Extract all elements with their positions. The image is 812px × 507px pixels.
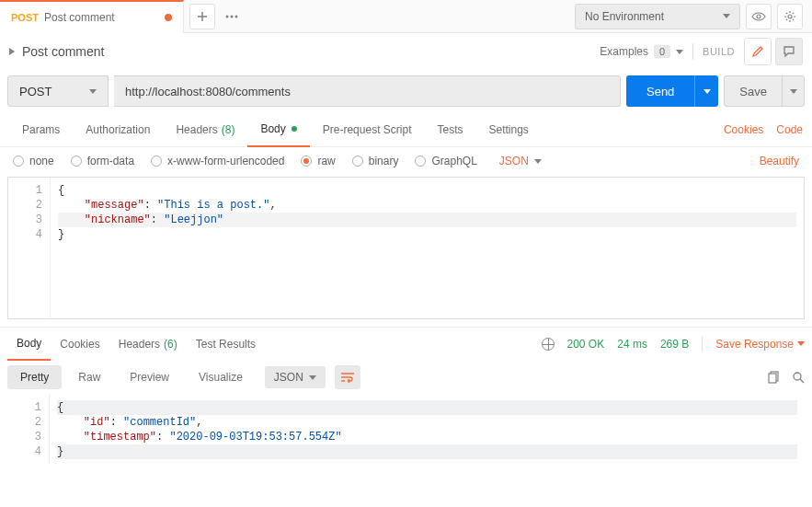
tab-title: Post comment: [44, 11, 115, 24]
body-type-urlencoded[interactable]: x-www-form-urlencoded: [151, 155, 284, 167]
examples-count: 0: [654, 45, 670, 58]
save-label: Save: [725, 76, 782, 106]
svg-point-4: [788, 15, 792, 18]
response-format-dropdown[interactable]: JSON: [265, 366, 326, 388]
request-tab[interactable]: POST Post comment: [0, 0, 184, 33]
svg-point-2: [235, 15, 238, 17]
body-active-dot-icon: [292, 126, 297, 132]
body-type-formdata[interactable]: form-data: [71, 155, 134, 167]
response-size: 269 B: [660, 338, 689, 351]
tab-body[interactable]: Body: [247, 112, 309, 147]
unsaved-dot-icon: [165, 14, 172, 21]
response-body-editor[interactable]: 1234 { "id": "commentId", "timestamp": "…: [7, 395, 805, 465]
resp-tab-headers[interactable]: Headers (6): [109, 328, 187, 361]
resp-tab-cookies[interactable]: Cookies: [51, 328, 109, 361]
response-time: 24 ms: [617, 338, 647, 351]
body-content-type-dropdown[interactable]: JSON: [499, 155, 542, 167]
status-code: 200 OK: [567, 338, 605, 351]
copy-response-button[interactable]: [768, 371, 781, 384]
svg-point-1: [231, 15, 234, 17]
tab-params[interactable]: Params: [9, 112, 73, 147]
tab-headers[interactable]: Headers (8): [163, 112, 247, 147]
save-button[interactable]: Save: [724, 75, 805, 107]
view-visualize[interactable]: Visualize: [186, 365, 256, 389]
code-content[interactable]: { "id": "commentId", "timestamp": "2020-…: [50, 395, 805, 465]
resp-tab-testresults[interactable]: Test Results: [187, 328, 265, 361]
svg-rect-6: [769, 374, 776, 383]
body-type-binary[interactable]: binary: [352, 155, 399, 167]
send-caret[interactable]: [694, 75, 718, 107]
chevron-down-icon: [797, 341, 805, 346]
tab-settings[interactable]: Settings: [476, 112, 542, 147]
expand-toggle-icon[interactable]: [9, 48, 15, 55]
send-button[interactable]: Send: [626, 75, 718, 107]
divider: [692, 43, 693, 60]
save-response-dropdown[interactable]: Save Response: [715, 338, 805, 351]
cookies-link[interactable]: Cookies: [724, 123, 763, 136]
examples-dropdown[interactable]: Examples 0: [600, 45, 683, 58]
code-link[interactable]: Code: [776, 123, 803, 136]
chevron-down-icon: [89, 89, 97, 94]
environment-label: No Environment: [585, 10, 664, 23]
chevron-down-icon: [309, 375, 316, 380]
request-title: Post comment: [22, 44, 104, 59]
chevron-down-icon: [703, 89, 711, 94]
view-raw[interactable]: Raw: [65, 365, 113, 389]
request-body-editor[interactable]: 1234 { "message": "This is a post.", "ni…: [7, 177, 805, 319]
gutter: 1234: [8, 178, 51, 318]
body-type-graphql[interactable]: GraphQL: [415, 155, 476, 167]
chevron-down-icon: [790, 89, 797, 94]
environment-quicklook-button[interactable]: [746, 4, 772, 29]
view-preview[interactable]: Preview: [117, 365, 182, 389]
beautify-button[interactable]: Beautify: [760, 155, 799, 167]
url-input[interactable]: [114, 75, 621, 107]
svg-point-7: [794, 373, 801, 380]
resp-tab-body[interactable]: Body: [7, 328, 51, 361]
search-response-button[interactable]: [792, 371, 805, 384]
svg-point-0: [226, 15, 229, 17]
method-value: POST: [19, 85, 51, 98]
network-icon[interactable]: [542, 338, 555, 351]
chevron-down-icon: [534, 159, 542, 164]
body-type-none[interactable]: none: [13, 155, 54, 167]
view-pretty[interactable]: Pretty: [7, 365, 62, 389]
build-mode-label[interactable]: BUILD: [703, 46, 735, 57]
environment-dropdown[interactable]: No Environment: [575, 4, 740, 29]
edit-button[interactable]: [744, 38, 772, 65]
new-tab-button[interactable]: [189, 4, 215, 29]
send-label: Send: [626, 75, 694, 107]
comments-button[interactable]: [775, 38, 803, 65]
tab-method: POST: [11, 12, 39, 23]
gutter: 1234: [7, 395, 50, 465]
settings-button[interactable]: [777, 4, 803, 29]
wrap-lines-button[interactable]: [335, 365, 360, 389]
svg-point-3: [757, 15, 761, 18]
tab-authorization[interactable]: Authorization: [73, 112, 163, 147]
code-content[interactable]: { "message": "This is a post.", "nicknam…: [51, 178, 804, 318]
tab-overflow-button[interactable]: [219, 4, 245, 29]
body-type-raw[interactable]: raw: [301, 155, 335, 167]
tab-prerequest[interactable]: Pre-request Script: [310, 112, 425, 147]
divider: [702, 337, 703, 351]
tab-tests[interactable]: Tests: [424, 112, 475, 147]
chevron-down-icon: [723, 14, 730, 18]
examples-label: Examples: [600, 45, 648, 58]
chevron-down-icon: [676, 50, 683, 54]
method-dropdown[interactable]: POST: [7, 75, 109, 107]
save-caret[interactable]: [782, 76, 804, 106]
